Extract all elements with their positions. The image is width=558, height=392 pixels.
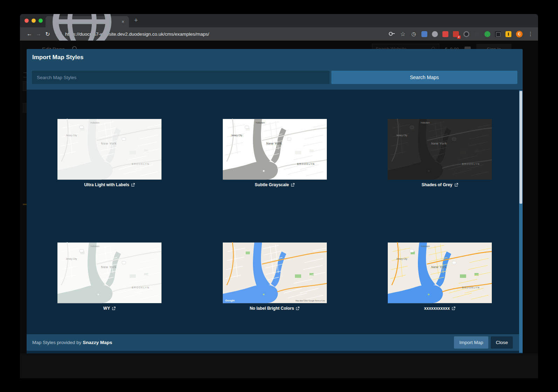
tab-strip: Duo Design – Maps [20, 14, 538, 27]
bookmark-star-icon[interactable] [400, 31, 406, 37]
map-preview: Hoboken Jersey City New York BROOKLYN Go… [223, 242, 327, 303]
toolbar-right-icons: 2 C [389, 31, 533, 37]
svg-text:BROOKLYN: BROOKLYN [297, 286, 315, 289]
modal-scrollbar-track[interactable] [519, 90, 523, 353]
svg-text:Hoboken: Hoboken [90, 245, 99, 247]
svg-text:BROOKLYN: BROOKLYN [297, 163, 315, 165]
browser-window: Duo Design – Maps https://duocms7-websit… [20, 14, 538, 378]
svg-text:Map data ©2017 Google Terms: Map data ©2017 Google Terms of Use [295, 300, 325, 302]
svg-text:New York: New York [101, 265, 116, 269]
import-map-button[interactable]: Import Map [454, 336, 488, 349]
extension-ublock-icon[interactable]: 2 [453, 31, 459, 37]
map-style-name[interactable]: Shades of Grey [388, 182, 492, 187]
extension-badge: 2 [457, 35, 461, 39]
modal-bottom-strip [27, 351, 523, 354]
svg-text:New York: New York [266, 141, 282, 145]
cms-bottom-strip-dimmed [20, 354, 538, 378]
map-style-card-no-label-bright[interactable]: Hoboken Jersey City New York BROOKLYN Go… [223, 242, 327, 311]
svg-text:Hoboken: Hoboken [421, 245, 430, 247]
extension-yellow-icon[interactable] [505, 31, 511, 37]
svg-text:Jersey City: Jersey City [66, 134, 77, 137]
external-link-icon [112, 307, 116, 310]
map-style-name[interactable]: No label Bright Colors [223, 306, 327, 311]
map-style-label: No label Bright Colors [250, 306, 294, 311]
extension-grid-icon[interactable] [495, 31, 501, 37]
map-style-card-bright-labeled[interactable]: Hoboken Jersey City New York BROOKLYN xx… [388, 242, 492, 311]
map-style-name[interactable]: Subtle Grayscale [223, 182, 327, 187]
close-window-button[interactable] [25, 19, 29, 23]
map-style-name[interactable]: Ultra Light with Labels [57, 182, 161, 187]
extension-green-icon[interactable] [484, 31, 490, 37]
search-map-styles-input[interactable] [32, 71, 330, 84]
close-button[interactable]: Close [491, 336, 513, 349]
new-tab-button[interactable] [134, 17, 138, 24]
svg-text:BROOKLYN: BROOKLYN [132, 163, 150, 165]
import-map-styles-modal: Import Map Styles Search Maps [27, 49, 523, 354]
svg-text:New York: New York [101, 141, 116, 145]
svg-text:Jersey City: Jersey City [231, 134, 242, 137]
svg-text:New York: New York [431, 141, 447, 145]
history-icon[interactable] [411, 31, 417, 37]
svg-text:Hoboken: Hoboken [421, 121, 430, 124]
grid-row-2: Hoboken Jersey City New York BROOKLYN WY [57, 242, 492, 311]
map-style-label: Shades of Grey [421, 182, 452, 187]
svg-text:Hoboken: Hoboken [256, 121, 265, 124]
tab-close-icon[interactable] [120, 19, 125, 24]
traffic-lights [25, 19, 43, 23]
map-preview: Hoboken Jersey City New York BROOKLYN [388, 242, 492, 303]
svg-text:Jersey City: Jersey City [396, 258, 408, 260]
modal-title: Import Map Styles [32, 54, 517, 61]
extension-lens-icon[interactable] [463, 31, 469, 37]
svg-text:BROOKLYN: BROOKLYN [462, 163, 480, 165]
search-maps-button[interactable]: Search Maps [331, 71, 517, 84]
external-link-icon [291, 183, 295, 187]
svg-text:BROOKLYN: BROOKLYN [132, 286, 150, 289]
zoom-window-button[interactable] [39, 19, 43, 23]
modal-scrollbar-thumb[interactable] [519, 91, 522, 204]
svg-text:Jersey City: Jersey City [231, 258, 242, 260]
browser-tab[interactable]: Duo Design – Maps [46, 16, 129, 27]
extension-red-icon[interactable] [442, 31, 448, 37]
minimize-window-button[interactable] [32, 19, 36, 23]
external-link-icon [131, 183, 135, 187]
forward-icon[interactable] [34, 31, 43, 37]
map-preview: Hoboken Jersey City New York BROOKLYN [388, 119, 492, 180]
map-style-label: xxxxxxxxxxx [424, 306, 450, 311]
map-style-label: WY [103, 306, 110, 311]
svg-text:Hoboken: Hoboken [90, 121, 99, 124]
external-link-icon [296, 307, 299, 310]
map-preview: Hoboken Jersey City New York BROOKLYN [223, 119, 327, 180]
svg-text:Jersey City: Jersey City [396, 134, 408, 137]
lock-icon [58, 31, 62, 36]
grid-row-1: Hoboken Jersey City New York BROOKLYN Ul… [57, 119, 492, 187]
extension-blue-icon[interactable] [421, 31, 427, 37]
extension-gray-circle-icon[interactable] [432, 31, 438, 37]
map-style-card-subtle-grayscale[interactable]: Hoboken Jersey City New York BROOKLYN Su… [223, 119, 327, 187]
browser-menu-icon[interactable] [528, 31, 533, 37]
profile-avatar[interactable]: C [516, 31, 523, 37]
svg-text:Jersey City: Jersey City [66, 258, 77, 260]
footer-provided-text: Map Styles provided by [32, 340, 81, 345]
map-style-label: Subtle Grayscale [255, 182, 289, 187]
map-style-name[interactable]: xxxxxxxxxxx [388, 306, 492, 311]
map-style-card-ultra-light[interactable]: Hoboken Jersey City New York BROOKLYN Ul… [57, 119, 161, 187]
modal-footer: Map Styles provided by Snazzy Maps Impor… [27, 334, 523, 351]
external-link-icon [452, 307, 455, 310]
map-style-label: Ultra Light with Labels [84, 182, 129, 187]
svg-text:Google: Google [225, 299, 235, 302]
page-content: Edit Page Search Website $ 0.00 Sign In [20, 41, 538, 378]
svg-text:New York: New York [431, 265, 447, 269]
map-style-card-wy[interactable]: Hoboken Jersey City New York BROOKLYN WY [57, 242, 161, 311]
footer-brand: Snazzy Maps [83, 340, 112, 345]
footer-buttons: Import Map Close [454, 336, 517, 349]
back-icon[interactable] [25, 31, 34, 37]
map-style-name[interactable]: WY [57, 306, 161, 311]
external-link-icon [454, 183, 458, 187]
extension-dark-circle-icon[interactable] [474, 31, 480, 37]
svg-text:Hoboken: Hoboken [256, 245, 265, 247]
map-preview: Hoboken Jersey City New York BROOKLYN [57, 119, 161, 180]
map-style-card-shades-of-grey[interactable]: Hoboken Jersey City New York BROOKLYN Sh… [388, 119, 492, 187]
password-key-icon[interactable] [389, 31, 395, 37]
svg-text:New York: New York [266, 265, 282, 269]
modal-search-row: Search Maps [32, 71, 517, 84]
